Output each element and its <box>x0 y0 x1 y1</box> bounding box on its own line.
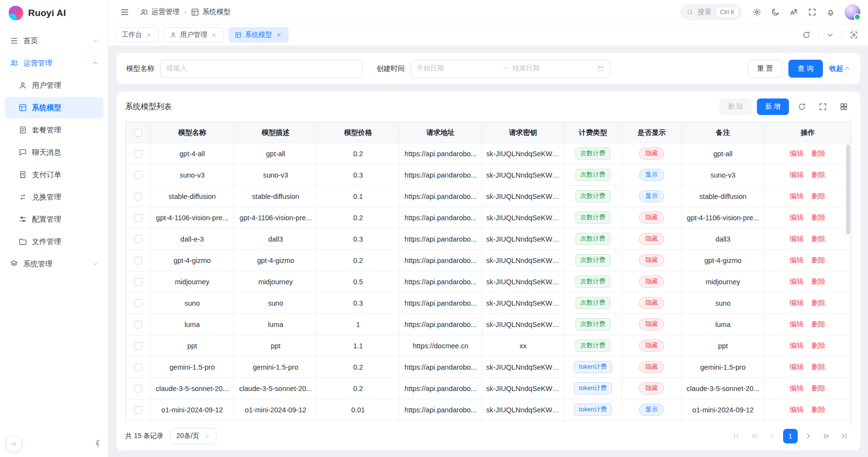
cell-request-key: sk-JIUQLNndqSeKWU... <box>482 250 564 271</box>
delete-link[interactable]: 删除 <box>812 149 826 157</box>
menu-toggle-button[interactable] <box>116 4 133 20</box>
sidebar-sub-item[interactable]: 支付订单 <box>5 164 103 185</box>
edit-link[interactable]: 编辑 <box>790 299 804 307</box>
breadcrumb-item-operations[interactable]: 运营管理 <box>140 7 180 16</box>
notifications-button[interactable] <box>822 4 839 20</box>
tab-options-button[interactable] <box>823 28 837 42</box>
cell-model-price: 0.2 <box>317 143 399 164</box>
delete-link[interactable]: 删除 <box>812 192 826 200</box>
edit-link[interactable]: 编辑 <box>790 235 804 243</box>
sidebar-group[interactable]: 首页 <box>5 30 103 51</box>
edit-link[interactable]: 编辑 <box>790 342 804 349</box>
delete-link[interactable]: 删除 <box>812 256 826 264</box>
tab-label: 系统模型 <box>245 31 272 39</box>
row-checkbox[interactable] <box>134 342 142 350</box>
delete-link[interactable]: 删除 <box>812 320 826 328</box>
edit-link[interactable]: 编辑 <box>790 277 804 285</box>
prev-page-button[interactable] <box>765 429 780 443</box>
content-fullscreen-button[interactable] <box>847 28 861 42</box>
delete-link[interactable]: 删除 <box>812 384 826 392</box>
language-button[interactable] <box>786 4 802 20</box>
sidebar-sub-item[interactable]: 聊天消息 <box>5 142 103 163</box>
edit-link[interactable]: 编辑 <box>790 320 804 328</box>
sidebar-sub-item[interactable]: 配置管理 <box>5 209 103 230</box>
settings-button[interactable] <box>749 4 765 20</box>
global-search[interactable]: 搜索 Ctrl K <box>680 4 742 20</box>
row-checkbox[interactable] <box>134 150 142 158</box>
row-checkbox[interactable] <box>134 321 142 328</box>
cell-model-price: 0.1 <box>317 186 399 207</box>
delete-link[interactable]: 删除 <box>812 363 826 371</box>
search-button[interactable]: 查 询 <box>788 60 823 78</box>
edit-link[interactable]: 编辑 <box>790 256 804 264</box>
refresh-list-button[interactable] <box>794 99 810 114</box>
table-fullscreen-button[interactable] <box>815 99 831 114</box>
sidebar-pin-button[interactable] <box>94 440 102 448</box>
delete-link[interactable]: 删除 <box>812 277 826 285</box>
jump-back-button[interactable] <box>747 429 762 443</box>
next-page-button[interactable] <box>801 429 816 443</box>
row-checkbox[interactable] <box>134 171 142 179</box>
row-checkbox[interactable] <box>134 193 142 200</box>
row-checkbox[interactable] <box>134 406 142 414</box>
add-button[interactable]: 新 增 <box>757 98 789 115</box>
select-all-checkbox[interactable] <box>134 129 142 137</box>
date-range-picker[interactable]: 开始日期 结束日期 <box>410 60 610 78</box>
edit-link[interactable]: 编辑 <box>790 384 804 392</box>
visibility-badge: 隐藏 <box>639 297 664 309</box>
app-logo[interactable]: Ruoyi AI <box>0 0 108 26</box>
last-page-button[interactable] <box>837 429 852 443</box>
tab-2[interactable]: 系统模型 <box>229 27 289 43</box>
close-icon[interactable] <box>276 32 282 38</box>
row-checkbox[interactable] <box>134 385 142 392</box>
table-scrollbar-thumb[interactable] <box>846 145 850 234</box>
delete-link[interactable]: 删除 <box>812 342 826 349</box>
row-checkbox[interactable] <box>134 214 142 222</box>
edit-link[interactable]: 编辑 <box>790 192 804 200</box>
breadcrumb-item-system-model[interactable]: 系统模型 <box>191 7 230 16</box>
reset-button[interactable]: 重 置 <box>748 60 782 78</box>
delete-link[interactable]: 删除 <box>812 406 826 413</box>
edit-link[interactable]: 编辑 <box>790 406 804 413</box>
edit-link[interactable]: 编辑 <box>790 149 804 157</box>
sidebar-sub-item[interactable]: 系统模型 <box>5 97 103 118</box>
collapse-filter-link[interactable]: 收起 <box>829 64 851 73</box>
sidebar-group[interactable]: 运营管理 <box>5 52 103 74</box>
sidebar-sub-item[interactable]: 文件管理 <box>5 231 103 252</box>
sidebar-sub-item[interactable]: 用户管理 <box>5 75 103 96</box>
sidebar-sub-item[interactable]: 套餐管理 <box>5 119 103 141</box>
dark-mode-button[interactable] <box>767 4 784 20</box>
delete-link[interactable]: 删除 <box>812 235 826 243</box>
table-row: gpt-4-allgpt-all0.2https://api.pandarobo… <box>126 143 851 164</box>
page-number-current[interactable]: 1 <box>783 429 798 443</box>
sidebar-item-label: 聊天消息 <box>32 148 61 157</box>
edit-link[interactable]: 编辑 <box>790 363 804 371</box>
jump-forward-button[interactable] <box>819 429 834 443</box>
sidebar-collapse-button[interactable] <box>6 436 22 452</box>
page-size-select[interactable]: 20条/页 <box>170 428 216 444</box>
edit-link[interactable]: 编辑 <box>790 213 804 221</box>
tab-0[interactable]: 工作台 <box>115 27 159 43</box>
close-icon[interactable] <box>211 32 217 38</box>
row-checkbox[interactable] <box>134 235 142 243</box>
user-avatar[interactable] <box>845 4 860 20</box>
refresh-tab-button[interactable] <box>799 28 814 42</box>
close-icon[interactable] <box>146 32 152 38</box>
row-checkbox[interactable] <box>134 278 142 286</box>
delete-link[interactable]: 删除 <box>812 171 826 179</box>
delete-link[interactable]: 删除 <box>812 213 826 221</box>
delete-selected-button[interactable]: 删 除 <box>720 98 752 115</box>
sidebar-group[interactable]: 系统管理 <box>5 253 103 275</box>
tab-1[interactable]: 用户管理 <box>164 27 224 43</box>
row-checkbox[interactable] <box>134 299 142 307</box>
billing-type-badge: token计费 <box>574 361 612 373</box>
first-page-button[interactable] <box>729 429 744 443</box>
row-checkbox[interactable] <box>134 363 142 371</box>
edit-link[interactable]: 编辑 <box>790 171 804 179</box>
column-settings-button[interactable] <box>836 99 852 114</box>
delete-link[interactable]: 删除 <box>812 299 826 307</box>
fullscreen-button[interactable] <box>804 4 820 20</box>
row-checkbox[interactable] <box>134 257 142 264</box>
sidebar-sub-item[interactable]: 兑换管理 <box>5 186 103 208</box>
model-name-input[interactable]: 请输入 <box>160 60 363 78</box>
